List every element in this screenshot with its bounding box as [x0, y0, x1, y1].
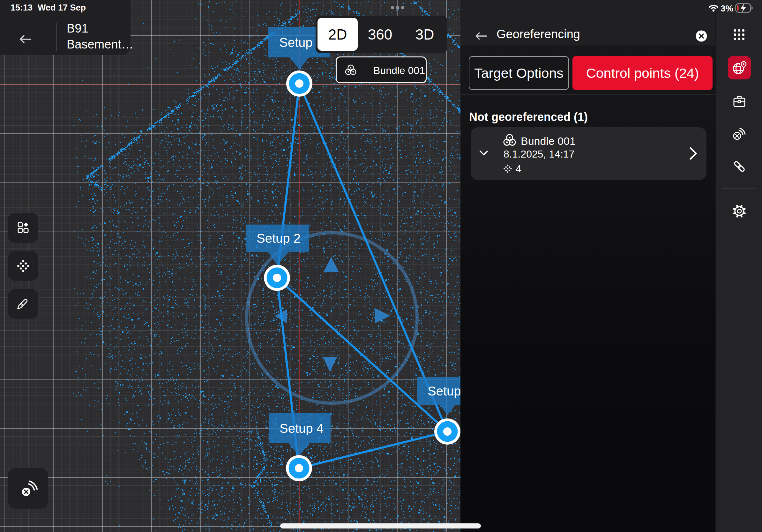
svg-text:Setup 3: Setup 3: [427, 384, 460, 398]
svg-text:Setup 2: Setup 2: [257, 231, 301, 245]
svg-text:Setup 4: Setup 4: [279, 421, 324, 435]
